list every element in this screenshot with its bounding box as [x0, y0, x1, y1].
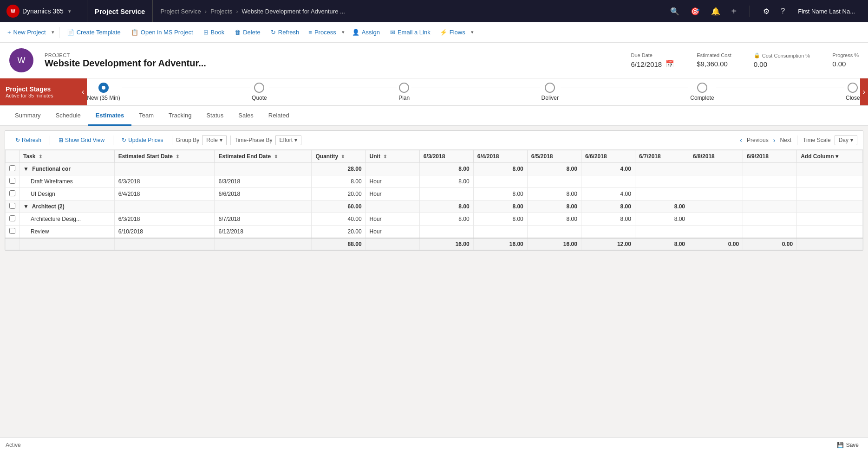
- assign-button[interactable]: 👤 Assign: [347, 26, 385, 39]
- col-header-unit[interactable]: Unit ⬍: [365, 150, 419, 163]
- breadcrumb-item-2[interactable]: Projects: [210, 8, 232, 15]
- row-checkbox-input-3[interactable]: [9, 215, 15, 221]
- row-unit-4: Hour: [365, 226, 419, 239]
- footer-date-1: 16.00: [473, 238, 527, 250]
- process-dropdown[interactable]: ▾: [340, 26, 346, 38]
- target-icon-button[interactable]: 🎯: [689, 5, 702, 18]
- tab-status[interactable]: Status: [199, 106, 231, 126]
- row-date-2-1: [527, 175, 581, 188]
- new-project-button[interactable]: + New Project: [4, 26, 50, 39]
- stage-right-arrow-button[interactable]: ›: [860, 78, 868, 105]
- delete-button[interactable]: 🗑 Delete: [230, 26, 265, 39]
- flows-dropdown[interactable]: ▾: [469, 26, 476, 38]
- brand-section[interactable]: W Dynamics 365 ▾: [4, 0, 87, 22]
- user-menu-button[interactable]: First Name Last Na...: [794, 6, 859, 17]
- search-button[interactable]: 🔍: [668, 5, 681, 18]
- row-checkbox-input-2[interactable]: [9, 190, 15, 196]
- row-date-3-4: [581, 226, 635, 239]
- est-sep-3: [172, 136, 172, 145]
- stage-step-complete[interactable]: Complete: [690, 83, 714, 101]
- group-checkbox-functional[interactable]: [6, 163, 20, 175]
- refresh-icon: ↻: [271, 29, 276, 36]
- next-button[interactable]: ›: [771, 136, 777, 145]
- col-unit-label: Unit: [370, 153, 380, 160]
- group-toggle-functional[interactable]: ▼: [23, 166, 29, 172]
- estimates-refresh-button[interactable]: ↻ Refresh: [11, 135, 46, 146]
- group-by-select[interactable]: Role ▾: [202, 135, 227, 145]
- stage-step-new-label: New (35 Min): [87, 95, 120, 101]
- col-header-end[interactable]: Estimated End Date ⬍: [215, 150, 312, 163]
- tab-estimates[interactable]: Estimates: [88, 106, 131, 126]
- calendar-icon[interactable]: 📅: [666, 60, 674, 68]
- stage-left-arrow-button[interactable]: ‹: [79, 78, 87, 105]
- row-qty-4: 20.00: [312, 226, 365, 239]
- row-checkbox-input-4[interactable]: [9, 228, 15, 234]
- row-checkbox-1[interactable]: [6, 175, 20, 188]
- process-button[interactable]: ≡ Process: [305, 26, 340, 39]
- stage-step-deliver[interactable]: Deliver: [542, 83, 559, 101]
- stage-step-plan[interactable]: Plan: [398, 83, 410, 101]
- row-checkbox-2[interactable]: [6, 188, 20, 200]
- show-grid-view-button[interactable]: ⊞ Show Grid View: [54, 135, 109, 146]
- cost-consumption-label: 🔒 Cost Consumption %: [754, 52, 810, 58]
- breadcrumb-item-1[interactable]: Project Service: [160, 8, 201, 15]
- add-column-button[interactable]: Add Column ▾: [797, 150, 863, 163]
- lock-icon: 🔒: [754, 52, 760, 58]
- col-header-quantity[interactable]: Quantity ⬍: [312, 150, 365, 163]
- stage-step-close[interactable]: Close: [846, 83, 860, 101]
- est-sep-1: [50, 136, 50, 145]
- project-info: PROJECT Website Development for Adventur…: [45, 52, 620, 69]
- time-phase-select[interactable]: Effort ▾: [275, 135, 301, 145]
- delete-icon: 🗑: [235, 29, 241, 36]
- group-checkbox-input[interactable]: [9, 165, 15, 171]
- settings-button[interactable]: ⚙: [761, 5, 771, 18]
- tab-team[interactable]: Team: [131, 106, 161, 126]
- stage-step-new[interactable]: New (35 Min): [87, 83, 120, 101]
- row-unit-2: Hour: [365, 188, 419, 200]
- brand-chevron-icon: ▾: [68, 8, 71, 14]
- col-header-date-2: 6/5/2018: [527, 150, 581, 163]
- create-template-button[interactable]: 📄 Create Template: [62, 26, 125, 39]
- bell-icon-button[interactable]: 🔔: [709, 5, 722, 18]
- refresh-button[interactable]: ↻ Refresh: [266, 26, 304, 39]
- tab-tracking[interactable]: Tracking: [161, 106, 199, 126]
- email-link-icon: ✉: [390, 29, 395, 36]
- group-by-wrap: Group By Role ▾: [176, 135, 227, 145]
- new-project-dropdown[interactable]: ▾: [50, 26, 56, 38]
- plus-button[interactable]: +: [730, 4, 739, 19]
- book-icon: ⊞: [203, 29, 209, 36]
- tab-related[interactable]: Related: [261, 106, 297, 126]
- row-date-1-1: [473, 175, 527, 188]
- flows-button[interactable]: ⚡ Flows: [436, 26, 469, 39]
- tab-summary[interactable]: Summary: [7, 106, 48, 126]
- project-avatar: W: [9, 48, 33, 72]
- stage-step-quote[interactable]: Quote: [252, 83, 267, 101]
- tab-sales[interactable]: Sales: [231, 106, 261, 126]
- email-link-button[interactable]: ✉ Email a Link: [385, 26, 435, 39]
- tab-schedule[interactable]: Schedule: [48, 106, 88, 126]
- row-end-3: 6/7/2018: [215, 213, 312, 226]
- group-checkbox-input-2[interactable]: [9, 203, 15, 209]
- footer-qty: 88.00: [312, 238, 365, 250]
- group-checkbox-architect[interactable]: [6, 200, 20, 213]
- group-label-architect: ▼ Architect (2): [20, 200, 115, 213]
- row-checkbox-4[interactable]: [6, 226, 20, 239]
- update-prices-button[interactable]: ↻ Update Prices: [117, 135, 168, 146]
- stage-label-title: Project Stages: [6, 85, 73, 93]
- previous-button[interactable]: ‹: [738, 136, 744, 145]
- col-header-task[interactable]: Task ⬍: [20, 150, 115, 163]
- group-by-value: Role: [206, 137, 218, 143]
- stage-circle-close: [848, 83, 858, 93]
- help-button[interactable]: ?: [779, 5, 787, 17]
- time-scale-value: Day: [839, 137, 848, 143]
- row-checkbox-3[interactable]: [6, 213, 20, 226]
- open-ms-project-button[interactable]: 📋 Open in MS Project: [126, 26, 198, 39]
- group-toggle-architect[interactable]: ▼: [23, 203, 29, 210]
- group-start-architect: [114, 200, 215, 213]
- refresh-label: Refresh: [278, 29, 300, 36]
- col-header-start[interactable]: Estimated Start Date ⬍: [114, 150, 215, 163]
- time-scale-select[interactable]: Day ▾: [835, 135, 857, 145]
- row-addcol-4: [797, 226, 863, 239]
- row-checkbox-input-1[interactable]: [9, 178, 15, 184]
- book-button[interactable]: ⊞ Book: [199, 26, 229, 39]
